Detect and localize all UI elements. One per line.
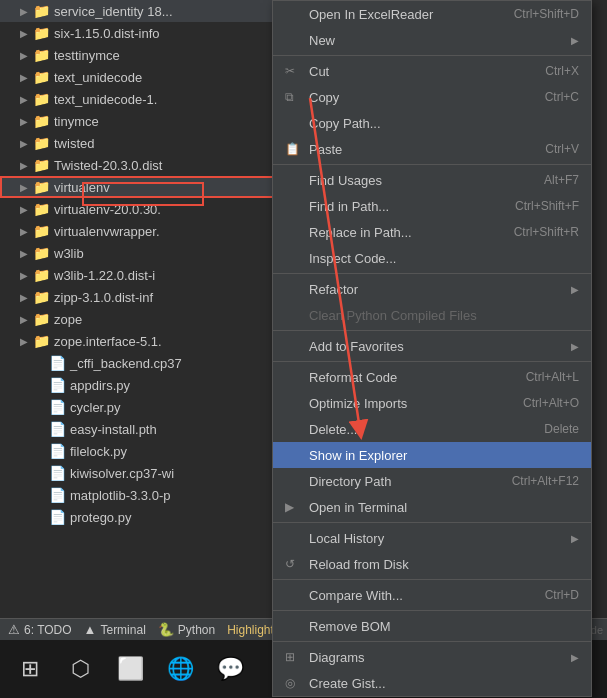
- tree-arrow-icon: ▶: [16, 314, 32, 325]
- tree-item-label: matplotlib-3.3.0-p: [70, 488, 170, 503]
- py-icon: 📄: [48, 421, 66, 437]
- menu-item-replace-in-path[interactable]: Replace in Path...Ctrl+Shift+R: [273, 219, 591, 245]
- tree-item[interactable]: 📄matplotlib-3.3.0-p: [0, 484, 280, 506]
- menu-item-label: Refactor: [309, 282, 571, 297]
- chat-button[interactable]: 💬: [208, 647, 252, 691]
- menu-item-label: Diagrams: [309, 650, 571, 665]
- menu-item-directory-path[interactable]: Directory PathCtrl+Alt+F12: [273, 468, 591, 494]
- menu-item-new[interactable]: New▶: [273, 27, 591, 53]
- todo-icon: ⚠: [8, 622, 20, 637]
- menu-item-label: Directory Path: [309, 474, 492, 489]
- tree-arrow-icon: ▶: [16, 292, 32, 303]
- tree-item[interactable]: ▶📁testtinymce: [0, 44, 280, 66]
- tree-item[interactable]: ▶📁zipp-3.1.0.dist-inf: [0, 286, 280, 308]
- tree-item[interactable]: ▶📁text_unidecode: [0, 66, 280, 88]
- menu-item-local-history[interactable]: Local History▶: [273, 525, 591, 551]
- tree-item[interactable]: ▶📁zope.interface-5.1.: [0, 330, 280, 352]
- menu-item-label: Local History: [309, 531, 571, 546]
- menu-shortcut: Ctrl+V: [545, 142, 579, 156]
- tree-item[interactable]: ▶📁virtualenv: [0, 176, 280, 198]
- menu-item-copy-path[interactable]: Copy Path...: [273, 110, 591, 136]
- tree-arrow-icon: ▶: [16, 50, 32, 61]
- submenu-arrow-icon: ▶: [571, 284, 579, 295]
- menu-item-open-terminal[interactable]: ▶Open in Terminal: [273, 494, 591, 520]
- status-terminal[interactable]: Terminal: [100, 623, 145, 637]
- menu-separator: [273, 579, 591, 580]
- menu-item-show-explorer[interactable]: Show in Explorer: [273, 442, 591, 468]
- menu-shortcut: Ctrl+D: [545, 588, 579, 602]
- folder-icon: 📁: [32, 91, 50, 107]
- tree-item-label: virtualenv-20.0.30.: [54, 202, 161, 217]
- tree-item[interactable]: ▶📁twisted: [0, 132, 280, 154]
- menu-separator: [273, 361, 591, 362]
- menu-item-diagrams[interactable]: ⊞Diagrams▶: [273, 644, 591, 670]
- menu-shortcut: Ctrl+Shift+D: [514, 7, 579, 21]
- py-icon: 📄: [48, 443, 66, 459]
- tree-item[interactable]: ▶📁text_unidecode-1.: [0, 88, 280, 110]
- folder-icon: 📁: [32, 201, 50, 217]
- menu-shortcut: Alt+F7: [544, 173, 579, 187]
- menu-item-open-excel[interactable]: Open In ExcelReaderCtrl+Shift+D: [273, 1, 591, 27]
- search-button[interactable]: ⬡: [58, 647, 102, 691]
- menu-item-remove-bom[interactable]: Remove BOM: [273, 613, 591, 639]
- tree-item[interactable]: 📄appdirs.py: [0, 374, 280, 396]
- tree-item-label: zipp-3.1.0.dist-inf: [54, 290, 153, 305]
- menu-item-label: Copy: [309, 90, 525, 105]
- tree-item[interactable]: ▶📁w3lib: [0, 242, 280, 264]
- menu-separator: [273, 641, 591, 642]
- menu-item-find-in-path[interactable]: Find in Path...Ctrl+Shift+F: [273, 193, 591, 219]
- task-view-button[interactable]: ⬜: [108, 647, 152, 691]
- menu-item-refactor[interactable]: Refactor▶: [273, 276, 591, 302]
- tree-item[interactable]: 📄kiwisolver.cp37-wi: [0, 462, 280, 484]
- menu-item-create-gist[interactable]: ◎Create Gist...: [273, 670, 591, 696]
- tree-item[interactable]: ▶📁w3lib-1.22.0.dist-i: [0, 264, 280, 286]
- tree-arrow-icon: ▶: [16, 204, 32, 215]
- menu-icon: ↺: [285, 557, 305, 571]
- menu-item-compare-with[interactable]: Compare With...Ctrl+D: [273, 582, 591, 608]
- tree-item[interactable]: 📄protego.py: [0, 506, 280, 528]
- folder-icon: 📁: [32, 223, 50, 239]
- tree-item-label: twisted: [54, 136, 94, 151]
- tree-item-label: kiwisolver.cp37-wi: [70, 466, 174, 481]
- menu-shortcut: Ctrl+Alt+L: [526, 370, 579, 384]
- menu-item-label: Find in Path...: [309, 199, 495, 214]
- menu-item-delete[interactable]: Delete...Delete: [273, 416, 591, 442]
- py-icon: 📄: [48, 377, 66, 393]
- menu-item-reformat[interactable]: Reformat CodeCtrl+Alt+L: [273, 364, 591, 390]
- tree-item[interactable]: 📄_cffi_backend.cp37: [0, 352, 280, 374]
- status-todo[interactable]: 6: TODO: [24, 623, 72, 637]
- menu-item-optimize[interactable]: Optimize ImportsCtrl+Alt+O: [273, 390, 591, 416]
- menu-icon: ◎: [285, 676, 305, 690]
- menu-item-cut[interactable]: ✂CutCtrl+X: [273, 58, 591, 84]
- tree-item-label: text_unidecode-1.: [54, 92, 157, 107]
- menu-item-find-usages[interactable]: Find UsagesAlt+F7: [273, 167, 591, 193]
- tree-item[interactable]: ▶📁six-1.15.0.dist-info: [0, 22, 280, 44]
- tree-item[interactable]: ▶📁virtualenv-20.0.30.: [0, 198, 280, 220]
- menu-separator: [273, 164, 591, 165]
- tree-item[interactable]: ▶📁zope: [0, 308, 280, 330]
- tree-item[interactable]: ▶📁service_identity 18...: [0, 0, 280, 22]
- status-python[interactable]: Python: [178, 623, 215, 637]
- browser-button[interactable]: 🌐: [158, 647, 202, 691]
- menu-icon: ⊞: [285, 650, 305, 664]
- tree-item[interactable]: 📄filelock.py: [0, 440, 280, 462]
- menu-item-label: Copy Path...: [309, 116, 579, 131]
- tree-item[interactable]: ▶📁virtualenvwrapper.: [0, 220, 280, 242]
- menu-item-copy[interactable]: ⧉CopyCtrl+C: [273, 84, 591, 110]
- menu-item-label: Add to Favorites: [309, 339, 571, 354]
- menu-item-inspect-code[interactable]: Inspect Code...: [273, 245, 591, 271]
- submenu-arrow-icon: ▶: [571, 652, 579, 663]
- menu-item-label: Create Gist...: [309, 676, 579, 691]
- tree-item[interactable]: ▶📁Twisted-20.3.0.dist: [0, 154, 280, 176]
- tree-item-label: _cffi_backend.cp37: [70, 356, 182, 371]
- tree-item[interactable]: ▶📁tinymce: [0, 110, 280, 132]
- tree-item[interactable]: 📄cycler.py: [0, 396, 280, 418]
- tree-item[interactable]: 📄easy-install.pth: [0, 418, 280, 440]
- windows-button[interactable]: ⊞: [8, 647, 52, 691]
- folder-icon: 📁: [32, 333, 50, 349]
- menu-item-add-favorites[interactable]: Add to Favorites▶: [273, 333, 591, 359]
- menu-item-reload-disk[interactable]: ↺Reload from Disk: [273, 551, 591, 577]
- folder-icon: 📁: [32, 267, 50, 283]
- menu-item-paste[interactable]: 📋PasteCtrl+V: [273, 136, 591, 162]
- tree-item-label: w3lib: [54, 246, 84, 261]
